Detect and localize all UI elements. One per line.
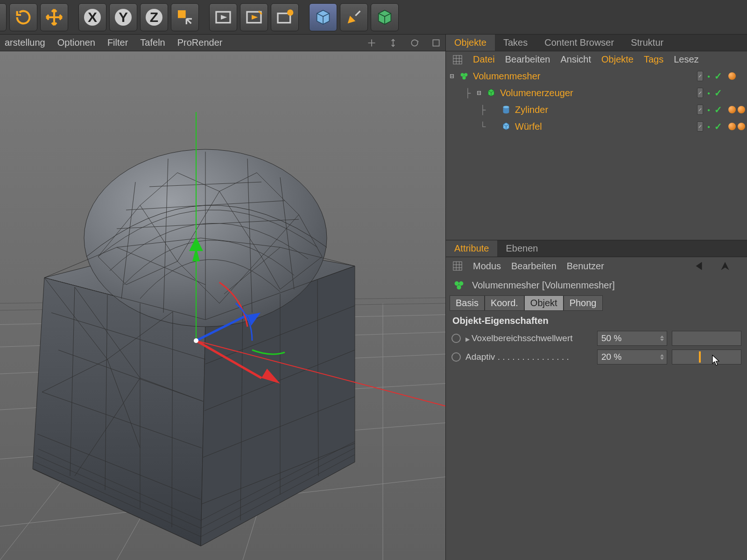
expand-toggle[interactable]: ⊟ (449, 73, 455, 79)
attrmenu-modus[interactable]: Modus (473, 261, 501, 272)
objmenu-bearbeiten[interactable]: Bearbeiten (505, 54, 550, 65)
layer-toggle[interactable] (697, 71, 703, 81)
tab-attribute[interactable]: Attribute (446, 240, 497, 257)
svg-rect-29 (453, 55, 462, 63)
vp-menu-darstellung[interactable]: arstellung (5, 37, 45, 48)
object-name[interactable]: Volumenmesher (473, 71, 541, 82)
property-slider[interactable] (672, 331, 741, 346)
render-dot[interactable] (706, 71, 712, 81)
layer-toggle[interactable] (697, 88, 703, 98)
property-slider[interactable] (672, 350, 741, 364)
vp-menu-filter[interactable]: Filter (107, 37, 128, 48)
vp-menu-optionen[interactable]: Optionen (57, 37, 95, 48)
vp-maximize-icon[interactable] (431, 38, 441, 48)
render-dot[interactable] (706, 88, 712, 98)
visibility-check[interactable] (714, 88, 722, 98)
svg-point-31 (464, 73, 467, 77)
property-value-input[interactable]: 50 % (597, 331, 667, 346)
axis-x-button[interactable]: X (78, 3, 106, 31)
vp-menu-tafeln[interactable]: Tafeln (140, 37, 165, 48)
property-value-input[interactable]: 20 % (597, 350, 667, 364)
hierarchy-row[interactable]: ⊟Volumenmesher (446, 68, 747, 84)
phong-tag-icon[interactable] (738, 123, 745, 130)
objmenu-tags[interactable]: Tags (644, 54, 663, 65)
objmenu-objekte[interactable]: Objekte (601, 54, 634, 65)
undo-button[interactable] (0, 3, 7, 31)
object-name[interactable]: Volumenerzeuger (500, 88, 573, 98)
attrmenu-bearbeiten[interactable]: Bearbeiten (511, 261, 557, 272)
svg-point-33 (503, 106, 509, 109)
expand-toggle[interactable]: ⊟ (476, 90, 482, 96)
volumenmesher-icon (452, 279, 465, 292)
visibility-check[interactable] (714, 71, 722, 81)
hierarchy-row[interactable]: ├⊟Volumenerzeuger (446, 84, 747, 101)
hierarchy-row[interactable]: └Würfel (446, 118, 747, 135)
phong-tag-icon[interactable] (728, 106, 736, 113)
svg-point-30 (461, 73, 464, 77)
objmenu-ansicht[interactable]: Ansicht (560, 54, 591, 65)
object-hierarchy[interactable]: ⊟Volumenmesher├⊟Volumenerzeuger├Zylinder… (446, 68, 747, 240)
generator-button[interactable] (371, 3, 399, 31)
panel-tabs: Objekte Takes Content Browser Struktur (446, 35, 747, 51)
svg-rect-34 (453, 262, 462, 270)
objmenu-lesez[interactable]: Lesez (674, 54, 698, 65)
attr-object-title: Volumenmesher [Volumenmesher] (472, 280, 615, 291)
svg-point-35 (455, 281, 459, 286)
spline-pen-button[interactable] (340, 3, 368, 31)
render-view-button[interactable] (209, 3, 237, 31)
phong-tag-icon[interactable] (738, 106, 745, 113)
atab-koord[interactable]: Koord. (485, 295, 524, 311)
vp-rotate-icon[interactable] (410, 38, 419, 48)
tab-struktur[interactable]: Struktur (622, 35, 672, 51)
svg-point-4 (411, 40, 417, 46)
tab-ebenen[interactable]: Ebenen (497, 240, 546, 257)
property-anim-toggle[interactable] (451, 352, 461, 362)
vp-zoom-icon[interactable] (388, 38, 398, 48)
vp-menu-prorender[interactable]: ProRender (177, 37, 223, 48)
svg-rect-5 (433, 40, 439, 46)
attrmenu-benutzer[interactable]: Benutzer (567, 261, 604, 272)
refresh-button[interactable] (9, 3, 37, 31)
visibility-check[interactable] (714, 121, 722, 132)
viewport-3d[interactable] (0, 51, 445, 560)
atab-objekt[interactable]: Objekt (524, 295, 564, 311)
svg-point-28 (194, 338, 198, 343)
object-name[interactable]: Zylinder (515, 105, 548, 115)
phong-tag-icon[interactable] (728, 72, 736, 80)
axis-y-button[interactable]: Y (109, 3, 137, 31)
grid-icon[interactable] (452, 261, 463, 271)
tab-takes[interactable]: Takes (495, 35, 536, 51)
object-name[interactable]: Würfel (515, 121, 542, 132)
hierarchy-row[interactable]: ├Zylinder (446, 101, 747, 118)
move-button[interactable] (40, 3, 68, 31)
attr-blank-area (446, 366, 747, 560)
tab-content-browser[interactable]: Content Browser (536, 35, 622, 51)
nav-up-icon[interactable] (719, 260, 731, 272)
render-settings-button[interactable] (271, 3, 299, 31)
grid-icon[interactable] (452, 55, 463, 65)
phong-tag-icon[interactable] (728, 123, 736, 130)
section-header: Objekt-Eigenschaften (446, 311, 747, 329)
layer-toggle[interactable] (697, 105, 703, 115)
atab-basis[interactable]: Basis (450, 295, 485, 311)
coord-system-button[interactable] (171, 3, 199, 31)
visibility-check[interactable] (714, 105, 722, 115)
property-row: Adaptiv . . . . . . . . . . . . . . . 20… (446, 348, 747, 366)
render-picture-button[interactable] (240, 3, 268, 31)
attr-object-header: Volumenmesher [Volumenmesher] (446, 275, 747, 295)
layer-toggle[interactable] (697, 121, 703, 132)
axis-z-button[interactable]: Z (140, 3, 168, 31)
property-label: Adaptiv . . . . . . . . . . . . . . . (465, 352, 592, 362)
objmenu-datei[interactable]: Datei (473, 54, 495, 65)
attr-menu: Modus Bearbeiten Benutzer (446, 257, 747, 275)
top-toolbar: X Y Z (0, 0, 747, 35)
viewport-menu: arstellung Optionen Filter Tafeln ProRen… (0, 35, 445, 51)
property-anim-toggle[interactable] (451, 334, 461, 343)
tab-objekte[interactable]: Objekte (446, 35, 495, 51)
vp-move-icon[interactable] (367, 38, 376, 48)
primitive-cube-button[interactable] (309, 3, 337, 31)
nav-back-icon[interactable] (693, 260, 705, 272)
render-dot[interactable] (706, 121, 712, 132)
render-dot[interactable] (706, 105, 712, 115)
atab-phong[interactable]: Phong (564, 295, 603, 311)
